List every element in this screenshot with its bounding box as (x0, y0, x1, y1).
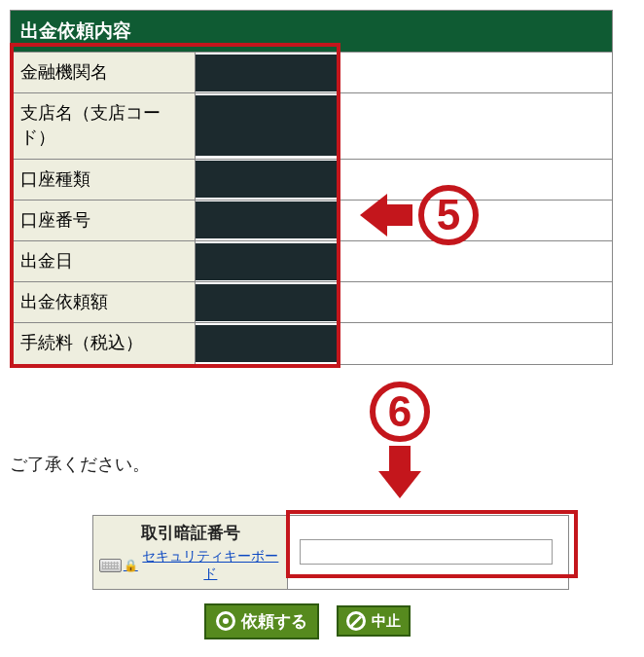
row-value-account-type (196, 159, 613, 200)
step-6-callout: 6 (370, 382, 430, 498)
cancel-button-label: 中止 (372, 612, 401, 631)
row-value-amount (196, 282, 613, 323)
masked-value (196, 55, 337, 91)
footer-note: ご了承ください。 (10, 453, 634, 476)
row-value-fee (196, 323, 613, 364)
row-value-bank (196, 53, 613, 93)
row-label-branch: 支店名（支店コード） (11, 93, 196, 159)
pin-label-cell: 取引暗証番号 🔒 セキュリティキーボード (93, 515, 288, 589)
row-label-bank: 金融機関名 (11, 53, 196, 93)
row-label-fee: 手続料（税込） (11, 323, 196, 364)
keyboard-icon (99, 559, 122, 572)
row-value-account-no (196, 200, 613, 240)
masked-value (196, 243, 337, 280)
submit-button[interactable]: 依頼する (204, 603, 319, 639)
masked-value (196, 284, 337, 321)
pin-input-cell (288, 515, 569, 589)
row-value-branch (196, 93, 613, 159)
cancel-button[interactable]: 中止 (337, 605, 411, 637)
masked-value (196, 161, 337, 198)
row-label-amount: 出金依頼額 (11, 282, 196, 323)
pin-entry-panel: 取引暗証番号 🔒 セキュリティキーボード (92, 515, 569, 590)
submit-icon (216, 611, 235, 631)
pin-input[interactable] (300, 539, 553, 565)
masked-value (196, 95, 337, 156)
submit-button-label: 依頼する (241, 610, 307, 633)
row-label-account-type: 口座種類 (11, 159, 196, 200)
step-number-badge: 6 (370, 382, 430, 442)
security-keyboard-link-text: セキュリティキーボード (140, 548, 281, 583)
security-keyboard-link[interactable]: 🔒 セキュリティキーボード (99, 548, 281, 583)
withdrawal-details-table: 出金依頼内容 金融機関名 支店名（支店コード） 口座種類 口座番号 出金日 出金… (10, 10, 613, 365)
row-value-withdraw-date (196, 240, 613, 281)
cancel-icon (346, 611, 366, 631)
masked-value (196, 325, 337, 362)
details-header: 出金依頼内容 (11, 11, 613, 53)
lock-icon: 🔒 (124, 559, 138, 572)
row-label-withdraw-date: 出金日 (11, 240, 196, 281)
row-label-account-no: 口座番号 (11, 200, 196, 240)
pin-label: 取引暗証番号 (99, 522, 281, 544)
action-button-row: 依頼する 中止 (204, 603, 634, 639)
masked-value (196, 201, 337, 238)
